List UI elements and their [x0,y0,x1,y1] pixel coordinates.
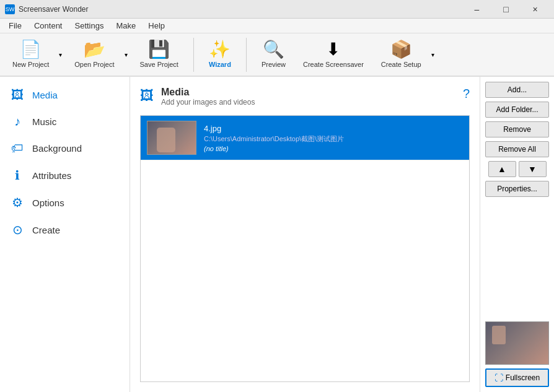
toolbar-separator-1 [193,38,194,72]
content-subtitle: Add your images and videos [161,98,255,107]
media-info: 4.jpg C:\Users\Administrator\Desktop\截图\… [204,124,463,152]
preview-label: Preview [262,61,286,68]
preview-icon: 🔍 [263,41,284,58]
media-icon: 🖼 [10,88,25,102]
media-title: (no title) [204,145,463,152]
menu-content[interactable]: Content [28,20,69,32]
titlebar: SW Screensaver Wonder – □ × [0,0,554,19]
content-panel: 🖼 Media Add your images and videos ? 4.j… [130,77,480,392]
new-project-group: 📄 New Project ▾ [5,37,64,72]
sidebar-item-music[interactable]: ♪ Music [0,108,130,135]
move-up-button[interactable]: ▲ [488,161,516,177]
sidebar-label-music: Music [32,116,56,127]
sidebar-label-attributes: Attributes [32,170,71,181]
sidebar: 🖼 Media ♪ Music 🏷 Background ℹ Attribute… [0,77,130,392]
attributes-icon: ℹ [10,168,25,183]
background-icon: 🏷 [10,141,25,155]
open-project-group: 📂 Open Project ▾ [67,37,130,72]
wizard-icon: ✨ [209,41,231,58]
options-icon: ⚙ [10,195,25,210]
sidebar-label-media: Media [32,90,58,100]
minimize-button[interactable]: – [463,0,491,19]
fullscreen-icon: ⛶ [495,373,503,383]
fullscreen-label: Fullscreen [506,373,540,382]
add-button[interactable]: Add... [485,82,549,98]
move-down-button[interactable]: ▼ [519,161,547,177]
music-icon: ♪ [10,115,25,129]
create-screensaver-button[interactable]: ⬇ Create Screensaver [296,37,371,72]
toolbar-separator-2 [246,38,247,72]
preview-button[interactable]: 🔍 Preview [254,37,293,72]
help-button[interactable]: ? [463,87,470,101]
content-title: Media [161,87,255,98]
table-row[interactable]: 4.jpg C:\Users\Administrator\Desktop\截图\… [141,116,469,160]
sidebar-item-attributes[interactable]: ℹ Attributes [0,162,130,189]
properties-button[interactable]: Properties... [485,181,549,197]
maximize-button[interactable]: □ [492,0,520,19]
thumb-preview-image [147,121,196,154]
open-project-icon: 📂 [84,41,105,58]
create-setup-icon: 📦 [390,41,412,58]
content-media-icon: 🖼 [140,88,154,104]
sidebar-item-background[interactable]: 🏷 Background [0,135,130,162]
new-project-button[interactable]: 📄 New Project [5,37,56,72]
media-list[interactable]: 4.jpg C:\Users\Administrator\Desktop\截图\… [140,115,470,382]
content-header: 🖼 Media Add your images and videos ? [140,87,470,107]
remove-button[interactable]: Remove [485,121,549,137]
remove-all-button[interactable]: Remove All [485,141,549,157]
menu-help[interactable]: Help [142,20,171,32]
media-thumbnail [147,121,196,155]
menu-file[interactable]: File [2,20,28,32]
open-project-arrow[interactable]: ▾ [122,37,130,72]
main-area: 🖼 Media ♪ Music 🏷 Background ℹ Attribute… [0,77,554,392]
create-screensaver-icon: ⬇ [326,41,340,58]
sidebar-label-background: Background [32,143,82,154]
create-setup-label: Create Setup [381,61,421,68]
sidebar-item-options[interactable]: ⚙ Options [0,189,130,216]
right-panel: Add... Add Folder... Remove Remove All ▲… [480,77,554,392]
open-project-button[interactable]: 📂 Open Project [67,37,121,72]
save-project-label: Save Project [140,61,178,68]
titlebar-left: SW Screensaver Wonder [5,4,89,14]
new-project-arrow[interactable]: ▾ [56,37,64,72]
create-setup-button[interactable]: 📦 Create Setup [374,37,429,72]
toolbar: 📄 New Project ▾ 📂 Open Project ▾ 💾 Save … [0,33,554,77]
menu-settings[interactable]: Settings [69,20,110,32]
media-filename: 4.jpg [204,124,463,133]
titlebar-controls: – □ × [463,0,549,19]
sidebar-label-options: Options [32,198,64,208]
add-folder-button[interactable]: Add Folder... [485,102,549,118]
app-title: Screensaver Wonder [19,5,89,14]
save-project-button[interactable]: 💾 Save Project [133,37,186,72]
create-screensaver-label: Create Screensaver [303,61,364,68]
content-header-text: Media Add your images and videos [161,87,255,107]
create-icon: ⊙ [10,222,25,237]
open-project-label: Open Project [74,61,114,68]
create-setup-group: 📦 Create Setup ▾ [374,37,437,72]
new-project-label: New Project [12,61,49,68]
wizard-button[interactable]: ✨ Wizard [201,37,239,72]
create-setup-arrow[interactable]: ▾ [429,37,437,72]
close-button[interactable]: × [521,0,549,19]
media-path: C:\Users\Administrator\Desktop\截图\测试图片 [204,134,463,144]
sidebar-item-media[interactable]: 🖼 Media [0,82,130,108]
menubar: File Content Settings Make Help [0,19,554,33]
panel-spacer [485,201,549,315]
preview-thumbnail [485,321,549,365]
wizard-label: Wizard [209,61,231,68]
sidebar-item-create[interactable]: ⊙ Create [0,216,130,243]
sidebar-label-create: Create [32,225,60,235]
menu-make[interactable]: Make [110,20,142,32]
new-project-icon: 📄 [20,41,42,58]
save-project-icon: 💾 [148,41,170,58]
fullscreen-button[interactable]: ⛶ Fullscreen [485,368,549,387]
app-icon: SW [5,4,15,14]
arrow-group: ▲ ▼ [485,161,549,177]
